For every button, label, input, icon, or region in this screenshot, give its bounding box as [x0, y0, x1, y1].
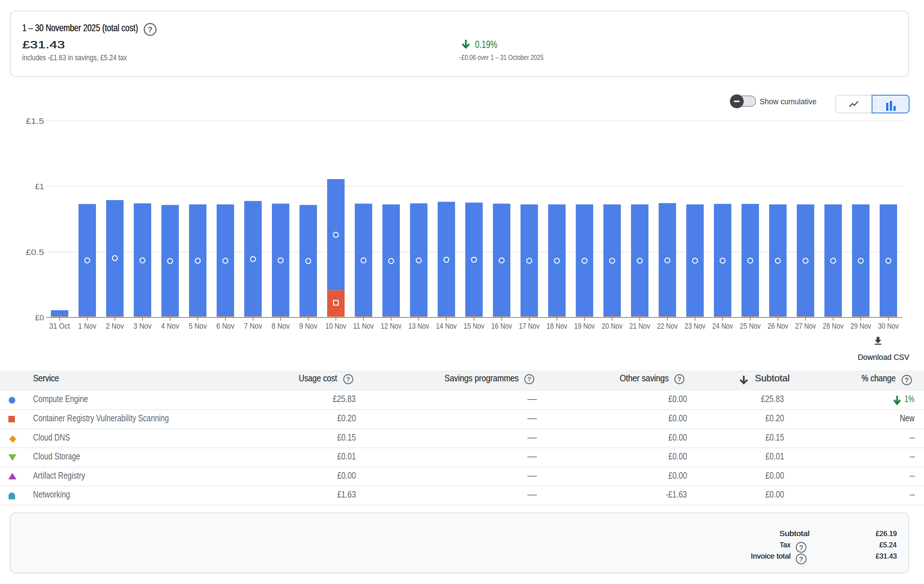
svg-text:£0.5: £0.5: [26, 248, 44, 257]
svg-text:19 Nov: 19 Nov: [574, 321, 595, 331]
svg-text:2 Nov: 2 Nov: [106, 321, 124, 331]
svg-text:4 Nov: 4 Nov: [161, 321, 179, 331]
svg-text:12 Nov: 12 Nov: [381, 321, 402, 331]
svg-text:?: ?: [528, 376, 531, 383]
svg-text:6 Nov: 6 Nov: [216, 321, 234, 331]
svg-text:14 Nov: 14 Nov: [436, 321, 457, 331]
svg-text:3 Nov: 3 Nov: [134, 321, 152, 331]
svg-text:30 Nov: 30 Nov: [878, 321, 899, 331]
svg-text:?: ?: [148, 25, 152, 34]
svg-text:11 Nov: 11 Nov: [353, 321, 374, 331]
svg-text:?: ?: [799, 555, 804, 563]
svg-text:28 Nov: 28 Nov: [823, 321, 844, 331]
svg-text:18 Nov: 18 Nov: [547, 321, 568, 331]
svg-text:24 Nov: 24 Nov: [713, 321, 733, 331]
svg-text:£1.5: £1.5: [26, 117, 44, 126]
svg-text:9 Nov: 9 Nov: [299, 321, 317, 331]
svg-text:8 Nov: 8 Nov: [272, 321, 290, 331]
svg-text:?: ?: [346, 376, 350, 383]
svg-text:15 Nov: 15 Nov: [464, 321, 485, 331]
svg-text:26 Nov: 26 Nov: [768, 321, 789, 331]
svg-text:?: ?: [799, 544, 804, 551]
svg-text:?: ?: [678, 376, 681, 383]
svg-text:29 Nov: 29 Nov: [851, 321, 871, 331]
svg-text:22 Nov: 22 Nov: [657, 321, 678, 331]
svg-text:7 Nov: 7 Nov: [244, 321, 262, 331]
svg-text:£0: £0: [35, 313, 44, 322]
svg-text:20 Nov: 20 Nov: [602, 321, 623, 331]
svg-text:21 Nov: 21 Nov: [630, 321, 650, 331]
svg-text:31 Oct: 31 Oct: [50, 321, 70, 331]
svg-text:23 Nov: 23 Nov: [685, 321, 706, 331]
svg-text:27 Nov: 27 Nov: [795, 321, 816, 331]
svg-text:25 Nov: 25 Nov: [740, 321, 761, 331]
svg-text:10 Nov: 10 Nov: [326, 321, 346, 331]
svg-text:17 Nov: 17 Nov: [519, 321, 540, 331]
svg-text:16 Nov: 16 Nov: [492, 321, 512, 331]
svg-text:13 Nov: 13 Nov: [409, 321, 429, 331]
svg-text:1 Nov: 1 Nov: [78, 321, 96, 331]
svg-text:5 Nov: 5 Nov: [189, 321, 207, 331]
svg-text:£1: £1: [35, 182, 44, 191]
svg-text:?: ?: [905, 377, 909, 384]
